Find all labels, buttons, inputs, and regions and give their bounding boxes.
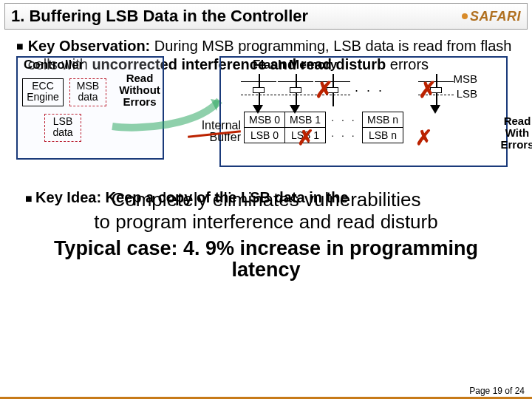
ecc-engine: ECC Engine [22,78,64,106]
typical-case: Typical case: 4. 9% increase in programm… [16,238,516,282]
lsb-data-box: LSB data [44,114,81,142]
flash-label: Flash Memory [253,58,337,72]
logo-dot-icon [462,13,468,19]
read-with-errors-label: Read With Errors [497,115,532,150]
x-mark-icon: ✗ [415,126,432,150]
cell-0 [245,77,272,103]
page-number: Page 19 of 24 [469,386,525,396]
table-row: MSB 0 MSB 1 · · · MSB n [245,112,403,128]
slide-title: 1. Buffering LSB Data in the Controller [11,7,462,26]
cell-msbn: MSB n [363,112,403,128]
overlay-claim: Completely eliminates vulnerabilities to… [16,189,516,233]
title-bar: 1. Buffering LSB Data in the Controller … [4,3,528,30]
obs-lead: Key Observation: [28,38,151,54]
overlay-line1: Completely eliminates vulnerabilities [16,189,516,211]
overlay-line2: to program interference and read disturb [16,211,516,233]
flash-cells: · · · ✗ ✗ [238,77,474,103]
brand-text: SAFARI [470,9,521,24]
controller-label: Controller [24,58,83,72]
cell-lsb0: LSB 0 [245,128,285,143]
x-mark-icon: ✗ [297,126,314,150]
safari-logo: SAFARI [462,9,521,24]
slide-body: ■ Key Observation: During MSB programmin… [0,30,532,282]
cells-ellipsis: · · · [355,83,384,98]
down-arrow-icon [430,105,440,114]
table-row: LSB 0 LSB 1 · · · LSB n [245,128,403,143]
buffer-table: MSB 0 MSB 1 · · · MSB n LSB 0 LSB 1 · · … [244,112,403,143]
cell-lsbn: LSB n [363,128,403,143]
cell-msb0: MSB 0 [245,112,285,128]
cell-1 [282,77,309,103]
msb-data-box: MSB data [69,78,106,106]
diagram: Controller ECC Engine MSB data LSB data … [16,56,516,182]
x-mark-icon: ✗ [315,77,333,103]
typical-line1: Typical case: 4. 9% increase in programm… [16,238,516,260]
x-mark-icon: ✗ [418,77,437,103]
cell-ellipsis: · · · [326,112,363,128]
typical-line2: latency [16,259,516,282]
cell-ellipsis: · · · [326,128,363,143]
lower-text: ■ Key Idea: Keep a copy of the LSB data … [16,189,516,282]
